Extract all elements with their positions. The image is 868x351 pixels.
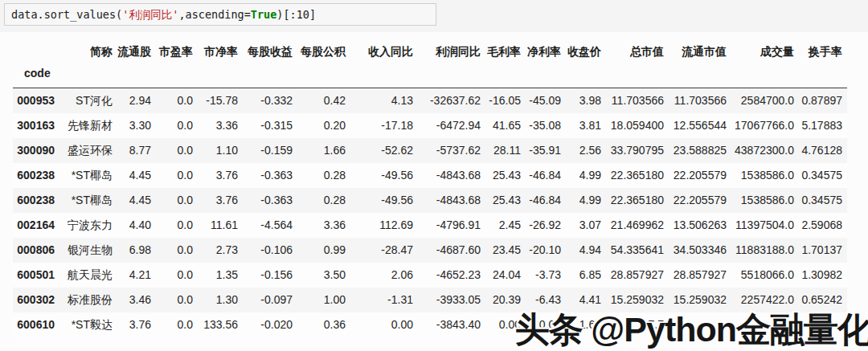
table-cell: 3.36 — [297, 213, 350, 238]
table-cell: 0.00 — [350, 312, 418, 337]
table-cell: 11.703566 — [606, 88, 669, 114]
col-header: 毛利率 — [485, 37, 526, 63]
table-cell: 3.76 — [198, 163, 243, 188]
col-header: 每股收益 — [243, 37, 297, 63]
table-cell: 6.98 — [117, 238, 156, 263]
table-cell: -0.159 — [243, 138, 297, 163]
table-cell: -46.84 — [526, 163, 566, 188]
col-header: 总市值 — [606, 37, 669, 63]
row-index-code: 300090 — [13, 138, 59, 163]
row-index-code: 300163 — [13, 113, 59, 138]
table-cell: ST河化 — [59, 88, 117, 114]
table-cell: -0.097 — [243, 288, 297, 312]
table-cell: 盛运环保 — [59, 138, 117, 163]
table-cell: 21.469962 — [606, 213, 669, 238]
code-input-cell[interactable]: data.sort_values('利润同比',ascending=True)[… — [4, 3, 436, 26]
table-cell: 1.35 — [198, 263, 243, 288]
row-index-code: 600302 — [13, 288, 59, 312]
table-cell: 133.56 — [198, 312, 243, 337]
table-cell: 0.28 — [297, 188, 350, 213]
table-cell: 先锋新材 — [59, 113, 117, 138]
table-cell: -3843.40 — [418, 312, 485, 337]
table-cell: 25.43 — [485, 188, 526, 213]
table-cell: 2584700.0 — [731, 88, 799, 114]
table-cell: 6.85 — [566, 263, 606, 288]
table-cell: 0.42 — [297, 88, 350, 114]
table-cell: 22.205579 — [669, 188, 731, 213]
table-cell: 2.06 — [350, 263, 418, 288]
table-cell: 4.45 — [117, 163, 156, 188]
table-cell: -28.47 — [350, 238, 418, 263]
table-cell: -4.564 — [243, 213, 297, 238]
table-cell: 34.503346 — [669, 238, 731, 263]
table-cell: -4652.23 — [418, 263, 485, 288]
table-cell: -0.156 — [243, 263, 297, 288]
table-cell: 0.0 — [156, 288, 198, 312]
table-cell: 41.65 — [485, 113, 526, 138]
table-cell: 1.00 — [297, 288, 350, 312]
table-cell: -26.92 — [526, 213, 566, 238]
table-cell: 0.87897 — [799, 88, 847, 114]
table-cell: 11883188.0 — [731, 238, 799, 263]
table-cell: 12.556544 — [669, 113, 731, 138]
code-text: data.sort_values('利润同比',ascending=True)[… — [11, 8, 316, 21]
table-cell: 4.40 — [117, 213, 156, 238]
table-cell: 13.506263 — [669, 213, 731, 238]
table-cell: -49.56 — [350, 188, 418, 213]
index-row-blank — [59, 63, 847, 88]
table-cell: 3.81 — [566, 113, 606, 138]
table-cell: 3.76 — [117, 312, 156, 337]
table-cell: -49.56 — [350, 163, 418, 188]
table-cell: -6472.94 — [418, 113, 485, 138]
table-cell: 24.04 — [485, 263, 526, 288]
watermark: 头条 @Python金融量化 — [514, 307, 868, 351]
table-cell: 22.205579 — [669, 163, 731, 188]
row-index-code: 600610 — [13, 312, 59, 337]
col-header: 成交量 — [731, 37, 799, 63]
table-cell: -0.106 — [243, 238, 297, 263]
table-row: 600238*ST椰岛4.450.03.76-0.3630.28-49.56-4… — [13, 163, 847, 188]
table-cell: 1.66 — [297, 138, 350, 163]
table-cell: 航天晨光 — [59, 263, 117, 288]
table-cell: 4.94 — [566, 238, 606, 263]
table-cell: 4.99 — [566, 163, 606, 188]
row-index-code: 000806 — [13, 238, 59, 263]
table-cell: 8.77 — [117, 138, 156, 163]
table-cell: -3.73 — [526, 263, 566, 288]
table-cell: 0.0 — [156, 88, 198, 114]
table-cell: 3.50 — [297, 263, 350, 288]
row-index-code: 000953 — [13, 88, 59, 114]
table-cell: 112.69 — [350, 213, 418, 238]
table-cell: 0.20 — [297, 113, 350, 138]
table-cell: 3.07 — [566, 213, 606, 238]
table-cell: 2.45 — [485, 213, 526, 238]
table-cell: 25.43 — [485, 163, 526, 188]
table-cell: -0.363 — [243, 163, 297, 188]
table-cell: 18.059400 — [606, 113, 669, 138]
table-cell: 0.0 — [156, 138, 198, 163]
index-header-blank — [13, 37, 59, 63]
table-cell: 3.76 — [198, 188, 243, 213]
table-cell: -4687.60 — [418, 238, 485, 263]
table-cell: -32637.62 — [418, 88, 485, 114]
table-cell: 1.70137 — [799, 238, 847, 263]
col-header: 市盈率 — [156, 37, 198, 63]
col-header: 流通股 — [117, 37, 156, 63]
table-cell: 23.588825 — [669, 138, 731, 163]
col-header: 每股公积 — [297, 37, 350, 63]
table-cell: *ST毅达 — [59, 312, 117, 337]
table-cell: 28.857927 — [669, 263, 731, 288]
table-cell: 1.30982 — [799, 263, 847, 288]
table-cell: -0.363 — [243, 188, 297, 213]
index-name-row: code — [13, 63, 847, 88]
table-cell: -52.62 — [350, 138, 418, 163]
table-cell: 0.34575 — [799, 163, 847, 188]
table-cell: 22.365180 — [606, 163, 669, 188]
table-cell: 54.335641 — [606, 238, 669, 263]
table-cell: 4.45 — [117, 188, 156, 213]
dataframe-table: 简称 流通股 市盈率 市净率 每股收益 每股公积 收入同比 利润同比 毛利率 净… — [13, 37, 847, 337]
table-row: 300090盛运环保8.770.01.10-0.1591.66-52.62-57… — [13, 138, 847, 163]
code-keyword-true: True — [251, 8, 277, 21]
table-cell: -0.332 — [243, 88, 297, 114]
table-cell: 2.73 — [198, 238, 243, 263]
